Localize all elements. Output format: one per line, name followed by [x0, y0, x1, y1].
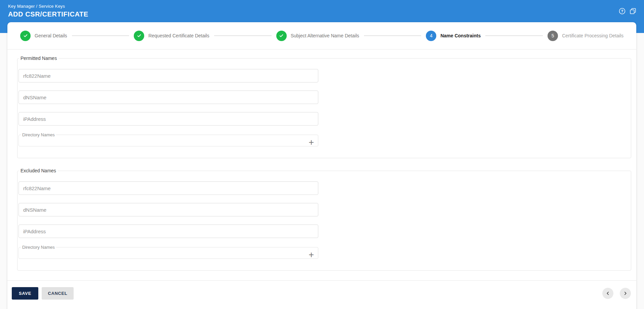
step-label: Subject Alternative Name Details: [291, 33, 359, 38]
step-general-details[interactable]: General Details: [20, 31, 67, 41]
header-actions: ?: [618, 7, 637, 15]
step-requested-certificate-details[interactable]: Requested Certificate Details: [134, 31, 209, 41]
permitted-dnsname-input[interactable]: [18, 91, 318, 104]
step-certificate-processing-details[interactable]: 5 Certificate Processing Details: [548, 31, 623, 41]
step-connector: [364, 35, 421, 36]
step-complete-check-icon: [134, 31, 144, 41]
next-step-button[interactable]: [620, 288, 631, 299]
excluded-names-section: Excluded Names Directory Names +: [17, 168, 631, 271]
excluded-names-legend: Excluded Names: [19, 168, 58, 173]
stepper: General Details Requested Certificate De…: [7, 22, 636, 49]
step-label: Requested Certificate Details: [148, 33, 209, 38]
step-number-badge: 5: [548, 31, 558, 41]
wizard-card: General Details Requested Certificate De…: [7, 22, 636, 309]
excluded-rfc822name-input[interactable]: [18, 181, 318, 195]
save-button[interactable]: SAVE: [12, 287, 38, 300]
add-directory-name-button[interactable]: +: [309, 138, 314, 147]
svg-text:?: ?: [621, 9, 623, 13]
previous-step-button[interactable]: [602, 288, 613, 299]
directory-names-legend: Directory Names: [21, 245, 56, 250]
step-connector: [72, 35, 129, 36]
header-titles: Key Manager / Service Keys ADD CSR/CERTI…: [8, 4, 88, 18]
step-subject-alternative-name-details[interactable]: Subject Alternative Name Details: [276, 31, 359, 41]
page: Key Manager / Service Keys ADD CSR/CERTI…: [0, 0, 644, 309]
permitted-ipaddress-input[interactable]: [18, 112, 318, 126]
directory-names-legend: Directory Names: [21, 132, 56, 137]
step-label: Certificate Processing Details: [562, 33, 623, 38]
permitted-rfc822name-input[interactable]: [18, 69, 318, 82]
chevron-left-icon: [605, 291, 610, 296]
step-complete-check-icon: [20, 31, 31, 41]
help-icon[interactable]: ?: [618, 7, 626, 15]
breadcrumb[interactable]: Key Manager / Service Keys: [8, 4, 88, 9]
permitted-names-legend: Permitted Names: [19, 56, 58, 61]
wizard-footer: SAVE CANCEL: [7, 281, 636, 302]
page-title: ADD CSR/CERTIFICATE: [8, 10, 88, 18]
step-label: Name Constraints: [440, 33, 481, 38]
copy-icon[interactable]: [629, 7, 637, 15]
step-connector: [485, 35, 543, 36]
permitted-names-section: Permitted Names Directory Names +: [17, 56, 631, 158]
permitted-directory-names-group: Directory Names +: [18, 132, 318, 146]
cancel-button[interactable]: CANCEL: [42, 287, 74, 300]
chevron-right-icon: [623, 291, 628, 296]
step-label: General Details: [35, 33, 67, 38]
step-number-badge: 4: [426, 31, 436, 41]
excluded-dnsname-input[interactable]: [18, 203, 318, 216]
step-complete-check-icon: [276, 31, 287, 41]
excluded-ipaddress-input[interactable]: [18, 225, 318, 238]
excluded-directory-names-group: Directory Names +: [18, 245, 318, 259]
step-connector: [214, 35, 272, 36]
name-constraints-form: Permitted Names Directory Names + Exclud…: [7, 49, 636, 271]
step-navigation: [602, 288, 631, 299]
add-directory-name-button[interactable]: +: [309, 250, 314, 260]
step-name-constraints[interactable]: 4 Name Constraints: [426, 31, 481, 41]
